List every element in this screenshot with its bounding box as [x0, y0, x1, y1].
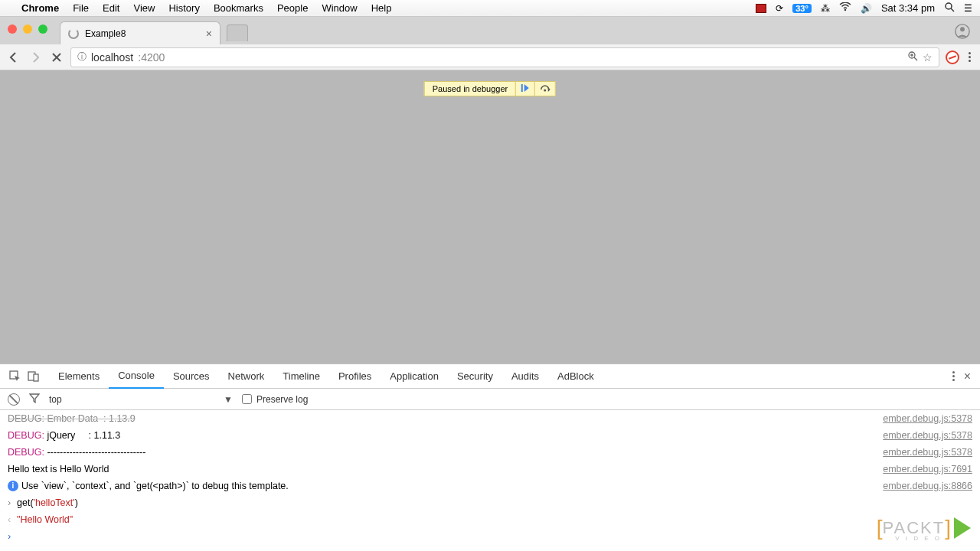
console-output[interactable]: DEBUG: Ember Data : 1.13.9 ember.debug.j… [0, 410, 980, 551]
devtools-tab-timeline[interactable]: Timeline [273, 364, 329, 389]
console-text: "Hello World" [17, 511, 972, 528]
filter-icon[interactable] [29, 393, 40, 406]
wifi-icon[interactable] [839, 2, 851, 14]
context-label: top [49, 394, 62, 405]
svg-point-0 [844, 9, 846, 11]
debugger-resume-button[interactable] [515, 82, 534, 96]
debugger-message: Paused in debugger [425, 82, 515, 96]
menu-help[interactable]: Help [371, 2, 392, 14]
window-close-button[interactable] [8, 24, 17, 34]
console-row: Hello text is Hello World ember.debug.js… [8, 461, 972, 478]
url-host: localhost [91, 51, 133, 64]
stop-button[interactable] [49, 50, 64, 65]
svg-marker-13 [548, 87, 550, 92]
console-source-link[interactable]: ember.debug.js:5378 [883, 427, 972, 444]
debugger-step-over-button[interactable] [534, 82, 555, 96]
spotlight-icon[interactable] [944, 2, 955, 15]
app-name[interactable]: Chrome [21, 2, 59, 14]
zoom-icon[interactable] [907, 51, 918, 64]
console-prompt[interactable]: › [8, 528, 972, 545]
forward-button[interactable] [28, 50, 43, 65]
execution-context-selector[interactable]: top ▼ [49, 394, 233, 405]
menu-window[interactable]: Window [322, 2, 357, 14]
devtools-panel: Elements Console Sources Network Timelin… [0, 363, 980, 551]
console-row: DEBUG: Ember Data : 1.13.9 ember.debug.j… [8, 410, 972, 427]
browser-tab[interactable]: Example8 × [60, 21, 220, 44]
address-bar[interactable]: ⓘ localhost:4200 ☆ [70, 47, 939, 67]
macos-menubar: Chrome File Edit View History Bookmarks … [0, 0, 980, 17]
console-output-row: ‹ "Hello World" [8, 511, 972, 528]
devtools-tab-elements[interactable]: Elements [49, 364, 109, 389]
devtools-close-button[interactable]: × [961, 370, 974, 383]
devtools-tab-adblock[interactable]: AdBlock [548, 364, 603, 389]
menu-bookmarks[interactable]: Bookmarks [214, 2, 263, 14]
menu-list-icon[interactable]: ☰ [964, 3, 972, 14]
console-source-link[interactable]: ember.debug.js:7691 [883, 461, 972, 478]
profile-icon[interactable] [954, 23, 971, 40]
url-port: :4200 [138, 51, 165, 64]
back-button[interactable] [6, 50, 21, 65]
devtools-tab-sources[interactable]: Sources [164, 364, 219, 389]
bookmark-star-icon[interactable]: ☆ [923, 51, 933, 64]
console-row: DEBUG: ------------------------------- e… [8, 444, 972, 461]
devtools-tab-audits[interactable]: Audits [502, 364, 548, 389]
menu-history[interactable]: History [168, 2, 199, 14]
clock[interactable]: Sat 3:34 pm [881, 2, 935, 14]
console-text: Hello text is Hello World [8, 461, 883, 478]
devtools-tab-security[interactable]: Security [448, 364, 502, 389]
info-icon: i [8, 481, 18, 491]
adblock-extension-icon[interactable] [946, 51, 959, 64]
tab-title: Example8 [85, 28, 126, 39]
preserve-log-input[interactable] [242, 394, 252, 404]
svg-point-4 [960, 27, 965, 31]
chrome-tabstrip: Example8 × [0, 17, 980, 44]
console-row: DEBUG: jQuery : 1.11.3 ember.debug.js:53… [8, 427, 972, 444]
clear-console-button[interactable] [8, 393, 20, 406]
devtools-tabbar: Elements Console Sources Network Timelin… [0, 364, 980, 389]
bluetooth-icon[interactable]: ⁂ [821, 3, 830, 14]
console-info-row: i Use `view`, `context`, and `get(<path>… [8, 478, 972, 494]
window-maximize-button[interactable] [38, 24, 47, 34]
debugger-paused-banner: Paused in debugger [424, 81, 556, 96]
device-toolbar-icon[interactable] [24, 367, 43, 386]
menu-people[interactable]: People [277, 2, 308, 14]
svg-line-2 [951, 8, 954, 11]
svg-marker-12 [524, 84, 529, 92]
window-minimize-button[interactable] [23, 24, 32, 34]
console-toolbar: top ▼ Preserve log [0, 389, 980, 410]
output-chevron-icon: ‹ [8, 511, 17, 528]
devtools-tab-network[interactable]: Network [219, 364, 274, 389]
page-viewport: Paused in debugger [0, 70, 980, 363]
preserve-log-checkbox[interactable]: Preserve log [242, 394, 308, 405]
console-source-link[interactable]: ember.debug.js:5378 [883, 444, 972, 461]
menubar-left: Chrome File Edit View History Bookmarks … [8, 2, 391, 14]
console-source-link[interactable]: ember.debug.js:5378 [883, 410, 972, 427]
chrome-menu-button[interactable] [965, 52, 974, 62]
sync-icon[interactable]: ⟳ [776, 3, 783, 14]
inspect-element-icon[interactable] [6, 367, 24, 386]
new-tab-button[interactable] [227, 24, 248, 41]
svg-rect-11 [521, 84, 523, 92]
menu-edit[interactable]: Edit [103, 2, 119, 14]
volume-icon[interactable]: 🔊 [861, 3, 872, 14]
battery-badge[interactable]: 33° [792, 4, 812, 13]
menu-view[interactable]: View [133, 2, 155, 14]
loading-spinner-icon [68, 28, 79, 39]
devtools-tab-console[interactable]: Console [109, 364, 164, 389]
console-source-link[interactable]: ember.debug.js:8866 [883, 478, 972, 494]
devtools-tab-application[interactable]: Application [381, 364, 448, 389]
site-info-icon[interactable]: ⓘ [77, 51, 87, 64]
devtools-tab-profiles[interactable]: Profiles [329, 364, 381, 389]
menubar-right: ⟳ 33° ⁂ 🔊 Sat 3:34 pm ☰ [756, 2, 972, 15]
tab-close-button[interactable]: × [206, 28, 212, 40]
svg-point-14 [544, 90, 547, 92]
menu-file[interactable]: File [73, 2, 89, 14]
devtools-menu-button[interactable] [952, 371, 955, 381]
console-text: get('helloText') [17, 494, 972, 511]
preserve-log-label: Preserve log [256, 394, 308, 405]
input-chevron-icon: › [8, 494, 17, 511]
console-input-row: › get('helloText') [8, 494, 972, 511]
svg-rect-17 [34, 374, 38, 381]
recording-icon[interactable] [756, 4, 766, 13]
svg-point-1 [946, 3, 952, 9]
